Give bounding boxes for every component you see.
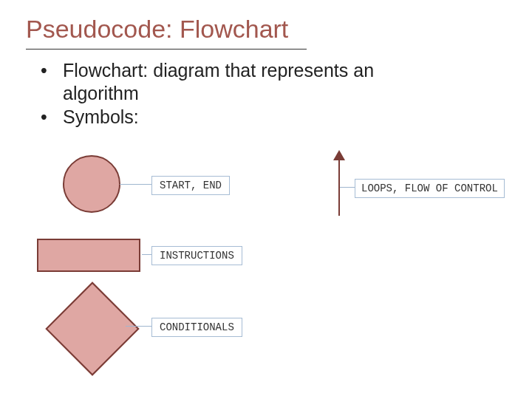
- slide-title: Pseudocode: Flowchart: [26, 15, 288, 44]
- flow-label: LOOPS, FLOW OF CONTROL: [355, 179, 505, 198]
- bullet-list: Flowchart: diagram that represents an al…: [41, 59, 374, 129]
- bullet-item-1: Flowchart: diagram that represents an al…: [41, 59, 374, 106]
- title-underline: [26, 49, 307, 50]
- process-shape: [37, 239, 140, 272]
- connector-line: [340, 187, 355, 188]
- terminal-label: START, END: [151, 176, 230, 195]
- symbol-legend: START, END INSTRUCTIONS CONDITIONALS LOO…: [37, 151, 495, 388]
- terminal-shape: [63, 155, 120, 213]
- bullet-text: Flowchart: diagram that represents an: [63, 60, 374, 81]
- bullet-text-cont: algorithm: [63, 83, 139, 103]
- connector-line: [142, 254, 151, 255]
- connector-line: [126, 326, 151, 327]
- bullet-text: Symbols:: [63, 106, 139, 127]
- connector-line: [120, 184, 151, 185]
- decision-label: CONDITIONALS: [151, 318, 242, 337]
- bullet-item-2: Symbols:: [41, 106, 374, 129]
- decision-shape: [45, 282, 139, 375]
- flow-arrow-shape: [338, 157, 340, 216]
- process-label: INSTRUCTIONS: [151, 246, 242, 265]
